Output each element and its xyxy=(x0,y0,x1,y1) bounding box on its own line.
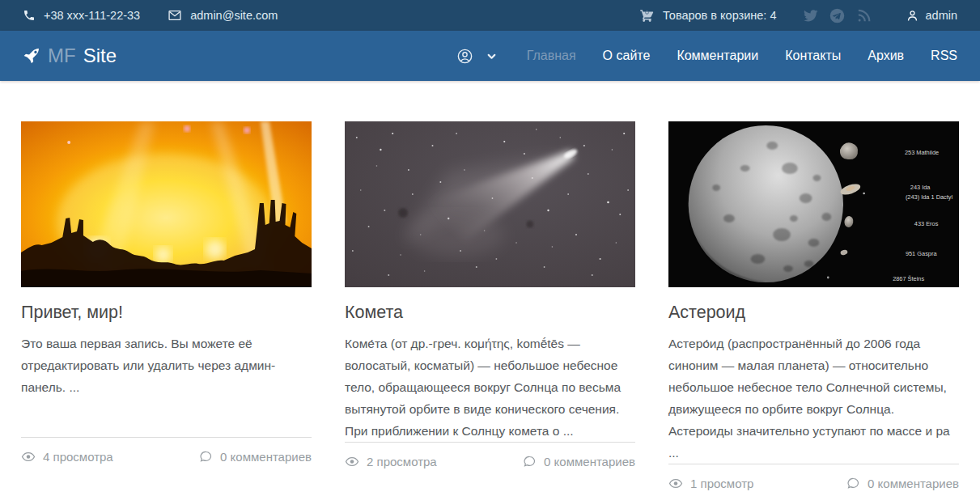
email-link[interactable]: admin@site.com xyxy=(168,9,278,22)
post-card: 253 Mathilde 243 Ida (243) Ida 1 Dactyl … xyxy=(668,121,959,473)
comet-image xyxy=(345,121,635,287)
chevron-down-icon xyxy=(486,51,497,61)
post-thumbnail-comet[interactable] xyxy=(345,121,635,287)
menu-item-archive[interactable]: Архив xyxy=(868,49,904,63)
post-thumbnail-asteroid[interactable]: 253 Mathilde 243 Ida (243) Ida 1 Dactyl … xyxy=(668,121,959,287)
post-thumbnail-concert[interactable] xyxy=(21,121,312,287)
views-count: 2 просмотра xyxy=(367,455,437,468)
post-footer: 4 просмотра 0 комментариев xyxy=(21,437,312,473)
menu-item-contacts[interactable]: Контакты xyxy=(785,49,841,63)
menu-item-rss[interactable]: RSS xyxy=(931,49,957,63)
brand-link[interactable]: MF Site xyxy=(23,45,117,67)
envelope-icon xyxy=(168,9,182,22)
comments-meta: 0 комментариев xyxy=(523,455,635,468)
telegram-icon xyxy=(829,8,845,23)
post-footer: 1 просмотр 0 комментариев xyxy=(668,464,959,496)
comments-meta: 0 комментариев xyxy=(846,477,959,490)
comment-icon xyxy=(846,477,860,490)
views-meta: 1 просмотр xyxy=(668,477,753,490)
eye-icon xyxy=(21,451,36,463)
comment-icon xyxy=(199,450,213,464)
rss-link[interactable] xyxy=(856,8,872,23)
menu-item-about[interactable]: О сайте xyxy=(603,49,651,63)
twitter-icon xyxy=(803,8,818,23)
comment-icon xyxy=(523,455,537,468)
page: +38 xxx-111-22-33 admin@site.com Товаров… xyxy=(0,0,980,496)
asteroid-label-ida: 243 Ida xyxy=(910,184,931,191)
post-excerpt: Это ваша первая запись. Вы можете её отр… xyxy=(21,333,312,398)
comments-count[interactable]: 0 комментариев xyxy=(220,450,312,464)
views-meta: 4 просмотра xyxy=(21,450,113,464)
phone-link[interactable]: +38 xxx-111-22-33 xyxy=(23,9,140,22)
email-address: admin@site.com xyxy=(190,9,278,22)
post-card: Привет, мир! Это ваша первая запись. Вы … xyxy=(21,121,312,473)
main-menu: Главная О сайте Комментарии Контакты Арх… xyxy=(456,48,957,65)
topbar: +38 xxx-111-22-33 admin@site.com Товаров… xyxy=(0,0,980,31)
cart-plus-icon xyxy=(639,8,655,23)
user-circle-icon xyxy=(456,48,473,65)
eye-icon xyxy=(345,456,359,468)
views-count: 1 просмотр xyxy=(690,477,753,490)
comments-count[interactable]: 0 комментариев xyxy=(544,455,635,468)
asteroid-label-gaspra: 951 Gaspra xyxy=(906,250,937,257)
post-title[interactable]: Астероид xyxy=(668,303,959,323)
eye-icon xyxy=(668,477,683,490)
brand-site: Site xyxy=(83,45,117,67)
views-meta: 2 просмотра xyxy=(345,455,437,468)
social-links xyxy=(803,8,872,23)
user-menu-dropdown[interactable] xyxy=(456,48,497,65)
menu-item-comments[interactable]: Комментарии xyxy=(677,49,758,63)
posts-grid: Привет, мир! Это ваша первая запись. Вы … xyxy=(0,81,980,473)
views-count: 4 просмотра xyxy=(43,450,113,464)
post-excerpt: Астеро́ид (распространённый до 2006 года… xyxy=(668,333,959,464)
person-icon xyxy=(906,9,919,23)
asteroid-label-eros: 433 Eros xyxy=(914,220,939,227)
cart-link[interactable]: Товаров в корзине: 4 xyxy=(639,8,776,23)
brand-mf: MF xyxy=(48,45,76,67)
asteroid-label-mathilde: 253 Mathilde xyxy=(905,149,939,156)
telegram-link[interactable] xyxy=(829,8,845,23)
post-card: Комета Коме́та (от др.-греч. κομήτης, ko… xyxy=(345,121,635,473)
comments-count[interactable]: 0 комментариев xyxy=(868,477,959,490)
topbar-right: Товаров в корзине: 4 admin xyxy=(639,8,957,23)
rocket-icon xyxy=(23,47,40,65)
menu-item-home[interactable]: Главная xyxy=(527,49,576,63)
asteroid-label-dactyl: (243) Ida 1 Dactyl xyxy=(906,193,953,201)
topbar-contacts: +38 xxx-111-22-33 admin@site.com xyxy=(23,9,278,22)
rss-icon xyxy=(856,8,872,23)
cart-label: Товаров в корзине: 4 xyxy=(663,9,776,22)
asteroid-image: 253 Mathilde 243 Ida (243) Ida 1 Dactyl … xyxy=(668,121,959,287)
admin-username: admin xyxy=(926,9,958,22)
comments-meta: 0 комментариев xyxy=(199,450,312,464)
post-title[interactable]: Привет, мир! xyxy=(21,303,312,323)
twitter-link[interactable] xyxy=(803,8,818,23)
post-footer: 2 просмотра 0 комментариев xyxy=(345,442,635,478)
phone-icon xyxy=(23,9,36,22)
phone-number: +38 xxx-111-22-33 xyxy=(44,9,140,22)
asteroid-label-steins: 2867 Šteins xyxy=(893,275,924,282)
post-excerpt: Коме́та (от др.-греч. κομήτης, komḗtēs —… xyxy=(345,333,635,442)
post-title[interactable]: Комета xyxy=(345,303,635,323)
concert-crowd-image xyxy=(21,121,312,287)
admin-user-link[interactable]: admin xyxy=(906,9,958,23)
navbar: MF Site Главная О сайте Комментарии Конт… xyxy=(0,31,980,81)
